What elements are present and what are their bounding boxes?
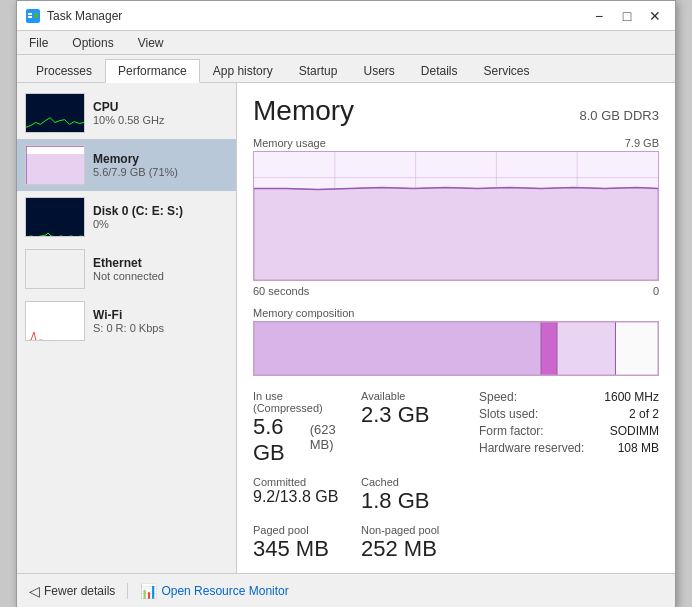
minimize-button[interactable]: −: [587, 6, 611, 26]
monitor-icon: 📊: [140, 583, 157, 599]
menu-file[interactable]: File: [23, 34, 54, 52]
stats-grid: In use (Compressed) 5.6 GB (623 MB) Avai…: [253, 390, 459, 572]
ethernet-thumbnail: [25, 249, 85, 289]
memory-usage-chart: [253, 151, 659, 281]
task-manager-window: Task Manager − □ ✕ File Options View Pro…: [16, 0, 676, 607]
cached-value: 1.8 GB: [361, 488, 459, 514]
info-speed: Speed: 1600 MHz: [479, 390, 659, 404]
committed-label: Committed: [253, 476, 351, 488]
non-paged-pool-value: 252 MB: [361, 536, 459, 562]
non-paged-pool-label: Non-paged pool: [361, 524, 459, 536]
menu-options[interactable]: Options: [66, 34, 119, 52]
maximize-button[interactable]: □: [615, 6, 639, 26]
form-key: Form factor:: [479, 424, 544, 438]
info-slots: Slots used: 2 of 2: [479, 407, 659, 421]
svg-rect-2: [28, 16, 32, 18]
open-resource-monitor-link[interactable]: 📊 Open Resource Monitor: [140, 583, 288, 599]
footer: ◁ Fewer details 📊 Open Resource Monitor: [17, 573, 675, 607]
disk-info: Disk 0 (C: E: S:) 0%: [93, 204, 228, 230]
content-area: CPU 10% 0.58 GHz Memory 5.6/7.9 GB (71%): [17, 83, 675, 573]
wifi-thumbnail: [25, 301, 85, 341]
svg-rect-1: [28, 13, 32, 15]
memory-info: Memory 5.6/7.9 GB (71%): [93, 152, 228, 178]
cpu-label: CPU: [93, 100, 228, 114]
memory-label: Memory: [93, 152, 228, 166]
hw-val: 108 MB: [618, 441, 659, 455]
svg-marker-20: [254, 187, 658, 280]
stat-paged-pool: Paged pool 345 MB: [253, 524, 351, 562]
ethernet-info: Ethernet Not connected: [93, 256, 228, 282]
tab-performance[interactable]: Performance: [105, 59, 200, 83]
memory-title: Memory: [253, 95, 354, 127]
stat-available: Available 2.3 GB: [361, 390, 459, 466]
fewer-details-button[interactable]: ◁ Fewer details: [29, 583, 115, 599]
svg-rect-4: [26, 94, 84, 132]
hw-key: Hardware reserved:: [479, 441, 584, 455]
app-icon: [25, 8, 41, 24]
tab-bar: Processes Performance App history Startu…: [17, 55, 675, 83]
usage-chart-label: Memory usage: [253, 137, 326, 149]
sidebar-item-ethernet[interactable]: Ethernet Not connected: [17, 243, 236, 295]
sidebar-item-cpu[interactable]: CPU 10% 0.58 GHz: [17, 87, 236, 139]
memory-detail: 5.6/7.9 GB (71%): [93, 166, 228, 178]
svg-rect-24: [557, 322, 615, 375]
wifi-detail: S: 0 R: 0 Kbps: [93, 322, 228, 334]
window-controls: − □ ✕: [587, 6, 667, 26]
memory-composition-chart: [253, 321, 659, 376]
in-use-label: In use (Compressed): [253, 390, 351, 414]
menu-view[interactable]: View: [132, 34, 170, 52]
paged-pool-value: 345 MB: [253, 536, 351, 562]
stat-cached: Cached 1.8 GB: [361, 476, 459, 514]
sidebar-item-disk[interactable]: Disk 0 (C: E: S:) 0%: [17, 191, 236, 243]
cpu-detail: 10% 0.58 GHz: [93, 114, 228, 126]
svg-rect-6: [26, 154, 85, 185]
chart-time-start: 60 seconds: [253, 285, 309, 297]
sidebar: CPU 10% 0.58 GHz Memory 5.6/7.9 GB (71%): [17, 83, 237, 573]
stat-committed: Committed 9.2/13.8 GB: [253, 476, 351, 514]
in-use-sub: (623 MB): [310, 422, 351, 452]
footer-divider: [127, 583, 128, 599]
cpu-info: CPU 10% 0.58 GHz: [93, 100, 228, 126]
disk-thumbnail: [25, 197, 85, 237]
cached-label: Cached: [361, 476, 459, 488]
disk-detail: 0%: [93, 218, 228, 230]
in-use-value: 5.6 GB: [253, 414, 306, 466]
paged-pool-label: Paged pool: [253, 524, 351, 536]
memory-thumbnail: [25, 145, 85, 185]
sidebar-item-memory[interactable]: Memory 5.6/7.9 GB (71%): [17, 139, 236, 191]
tab-users[interactable]: Users: [350, 59, 407, 82]
slots-val: 2 of 2: [629, 407, 659, 421]
in-use-value-row: 5.6 GB (623 MB): [253, 414, 351, 466]
svg-rect-9: [26, 250, 85, 289]
left-stats: In use (Compressed) 5.6 GB (623 MB) Avai…: [253, 390, 459, 572]
wifi-info: Wi-Fi S: 0 R: 0 Kbps: [93, 308, 228, 334]
info-hw-reserved: Hardware reserved: 108 MB: [479, 441, 659, 455]
svg-rect-23: [541, 322, 557, 375]
tab-processes[interactable]: Processes: [23, 59, 105, 82]
stat-non-paged-pool: Non-paged pool 252 MB: [361, 524, 459, 562]
tab-details[interactable]: Details: [408, 59, 471, 82]
available-label: Available: [361, 390, 459, 402]
disk-label: Disk 0 (C: E: S:): [93, 204, 228, 218]
cpu-thumbnail: [25, 93, 85, 133]
fewer-details-label: Fewer details: [44, 584, 115, 598]
tab-app-history[interactable]: App history: [200, 59, 286, 82]
fewer-details-icon: ◁: [29, 583, 40, 599]
ethernet-label: Ethernet: [93, 256, 228, 270]
memory-spec: 8.0 GB DDR3: [580, 108, 659, 123]
chart-time-row: 60 seconds 0: [253, 285, 659, 297]
close-button[interactable]: ✕: [643, 6, 667, 26]
form-val: SODIMM: [610, 424, 659, 438]
info-grid: Speed: 1600 MHz Slots used: 2 of 2 Form …: [479, 390, 659, 455]
slots-key: Slots used:: [479, 407, 538, 421]
open-resource-monitor-label: Open Resource Monitor: [161, 584, 288, 598]
memory-header: Memory 8.0 GB DDR3: [253, 95, 659, 127]
usage-chart-header: Memory usage 7.9 GB: [253, 137, 659, 149]
sidebar-item-wifi[interactable]: Wi-Fi S: 0 R: 0 Kbps: [17, 295, 236, 347]
menu-bar: File Options View: [17, 31, 675, 55]
tab-startup[interactable]: Startup: [286, 59, 351, 82]
tab-services[interactable]: Services: [471, 59, 543, 82]
available-value: 2.3 GB: [361, 402, 459, 428]
speed-key: Speed:: [479, 390, 517, 404]
svg-rect-8: [26, 198, 85, 237]
